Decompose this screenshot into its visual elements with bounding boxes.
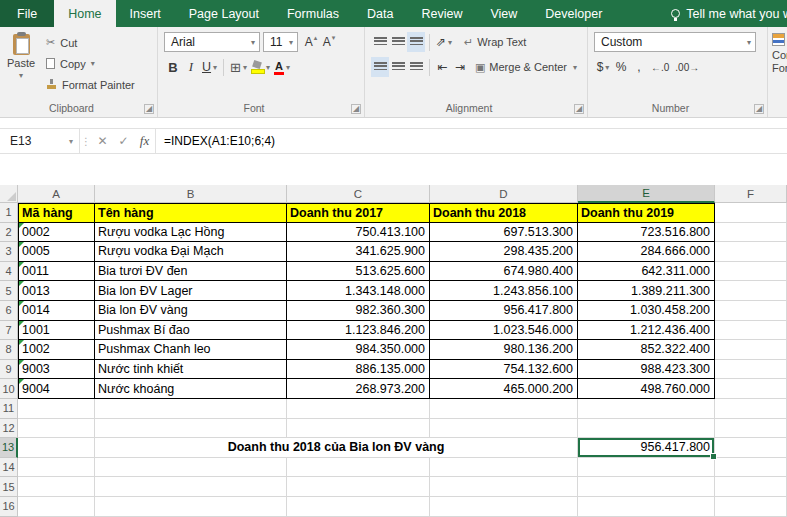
column-header-E[interactable]: E: [578, 185, 715, 203]
cell-E11[interactable]: [578, 399, 715, 419]
cell-D10[interactable]: 465.000.200: [430, 379, 578, 399]
cell-C5[interactable]: 1.343.148.000: [287, 281, 430, 301]
row-header-6[interactable]: 6: [0, 301, 18, 321]
tab-page-layout[interactable]: Page Layout: [175, 0, 273, 27]
cell-A2[interactable]: 0002: [18, 223, 95, 243]
accounting-format-button[interactable]: $ ▾: [594, 57, 612, 77]
cell-F6[interactable]: [715, 301, 787, 321]
cell-E4[interactable]: 642.311.000: [578, 262, 715, 282]
conditional-formatting-button[interactable]: Conditional Formatting: [768, 27, 787, 117]
cell-C7[interactable]: 1.123.846.200: [287, 321, 430, 341]
cell-D2[interactable]: 697.513.300: [430, 223, 578, 243]
cancel-button[interactable]: ✕: [92, 129, 113, 153]
insert-function-button[interactable]: fx: [134, 129, 155, 153]
tab-formulas[interactable]: Formulas: [273, 0, 353, 27]
column-header-C[interactable]: C: [287, 185, 430, 203]
row-header-14[interactable]: 14: [0, 458, 18, 478]
enter-button[interactable]: ✓: [113, 129, 134, 153]
cell-B6[interactable]: Bia lon ĐV vàng: [95, 301, 287, 321]
orientation-button[interactable]: ⇗ ▾: [434, 32, 454, 52]
cell-D4[interactable]: 674.980.400: [430, 262, 578, 282]
row-header-8[interactable]: 8: [0, 340, 18, 360]
row-header-16[interactable]: 16: [0, 497, 18, 517]
column-header-B[interactable]: B: [95, 185, 287, 203]
bold-button[interactable]: B: [164, 57, 182, 77]
cell-C15[interactable]: [287, 477, 430, 497]
cell-D11[interactable]: [430, 399, 578, 419]
cell-D16[interactable]: [430, 497, 578, 517]
cell-F8[interactable]: [715, 340, 787, 360]
cell-D7[interactable]: 1.023.546.000: [430, 321, 578, 341]
cell-C4[interactable]: 513.625.600: [287, 262, 430, 282]
cell-E6[interactable]: 1.030.458.200: [578, 301, 715, 321]
tab-view[interactable]: View: [476, 0, 531, 27]
row-header-1[interactable]: 1: [0, 203, 18, 223]
cell-C12[interactable]: [287, 419, 430, 439]
tab-insert[interactable]: Insert: [116, 0, 175, 27]
cell-D1[interactable]: Doanh thu 2018: [430, 203, 578, 223]
cell-C3[interactable]: 341.625.900: [287, 242, 430, 262]
orientation-dropdown-arrow[interactable]: ▾: [448, 38, 452, 47]
cell-F5[interactable]: [715, 281, 787, 301]
cell-B1[interactable]: Tên hàng: [95, 203, 287, 223]
cell-F16[interactable]: [715, 497, 787, 517]
middle-align-button[interactable]: [389, 32, 407, 52]
cell-A7[interactable]: 1001: [18, 321, 95, 341]
cell-C16[interactable]: [287, 497, 430, 517]
increase-decimal-button[interactable]: ←.0: [648, 57, 672, 77]
cell-B10[interactable]: Nước khoáng: [95, 379, 287, 399]
row-header-15[interactable]: 15: [0, 477, 18, 497]
cell-A6[interactable]: 0014: [18, 301, 95, 321]
cell-A5[interactable]: 0013: [18, 281, 95, 301]
cell-B8[interactable]: Pushmax Chanh leo: [95, 340, 287, 360]
tab-home[interactable]: Home: [54, 0, 115, 27]
cell-F14[interactable]: [715, 458, 787, 478]
font-color-dropdown-arrow[interactable]: ▾: [286, 63, 290, 72]
tab-developer[interactable]: Developer: [531, 0, 616, 27]
cell-E16[interactable]: [578, 497, 715, 517]
row-header-9[interactable]: 9: [0, 360, 18, 380]
cell-D5[interactable]: 1.243.856.100: [430, 281, 578, 301]
comma-style-button[interactable]: ,: [630, 57, 648, 77]
borders-dropdown-arrow[interactable]: ▾: [243, 63, 247, 72]
format-painter-button[interactable]: Format Painter: [42, 74, 139, 95]
cell-C11[interactable]: [287, 399, 430, 419]
row-header-4[interactable]: 4: [0, 262, 18, 282]
tab-file[interactable]: File: [0, 0, 54, 27]
font-name-dropdown-arrow[interactable]: ▾: [251, 38, 255, 47]
decrease-font-button[interactable]: A▾: [320, 32, 338, 52]
cell-E9[interactable]: 988.423.300: [578, 360, 715, 380]
cell-C14[interactable]: [287, 458, 430, 478]
row-header-5[interactable]: 5: [0, 281, 18, 301]
cell-B14[interactable]: [95, 458, 287, 478]
tell-me-box[interactable]: Tell me what you want to do: [671, 0, 787, 27]
cell-F10[interactable]: [715, 379, 787, 399]
cell-D3[interactable]: 298.435.200: [430, 242, 578, 262]
align-left-button[interactable]: [371, 57, 389, 77]
copy-button[interactable]: Copy ▾: [42, 53, 139, 74]
font-name-combo[interactable]: Arial ▾: [164, 32, 260, 52]
cell-A8[interactable]: 1002: [18, 340, 95, 360]
cell-D6[interactable]: 956.417.800: [430, 301, 578, 321]
cell-F3[interactable]: [715, 242, 787, 262]
row-header-3[interactable]: 3: [0, 242, 18, 262]
cell-C6[interactable]: 982.360.300: [287, 301, 430, 321]
cell-B11[interactable]: [95, 399, 287, 419]
cell-F11[interactable]: [715, 399, 787, 419]
row-header-12[interactable]: 12: [0, 419, 18, 439]
formula-bar-splitter[interactable]: ⋮: [80, 129, 92, 153]
underline-dropdown-arrow[interactable]: ▾: [213, 63, 217, 72]
cell-E7[interactable]: 1.212.436.400: [578, 321, 715, 341]
cell-C10[interactable]: 268.973.200: [287, 379, 430, 399]
row-header-11[interactable]: 11: [0, 399, 18, 419]
cell-E10[interactable]: 498.760.000: [578, 379, 715, 399]
cell-F2[interactable]: [715, 223, 787, 243]
underline-button[interactable]: U ▾: [200, 57, 219, 77]
cell-E8[interactable]: 852.322.400: [578, 340, 715, 360]
cell-E3[interactable]: 284.666.000: [578, 242, 715, 262]
cell-B13-merged[interactable]: Doanh thu 2018 của Bia lon ĐV vàng: [95, 438, 578, 458]
cell-A12[interactable]: [18, 419, 95, 439]
font-dialog-launcher[interactable]: ◢: [351, 104, 361, 114]
number-dialog-launcher[interactable]: ◢: [754, 104, 764, 114]
top-align-button[interactable]: [371, 32, 389, 52]
